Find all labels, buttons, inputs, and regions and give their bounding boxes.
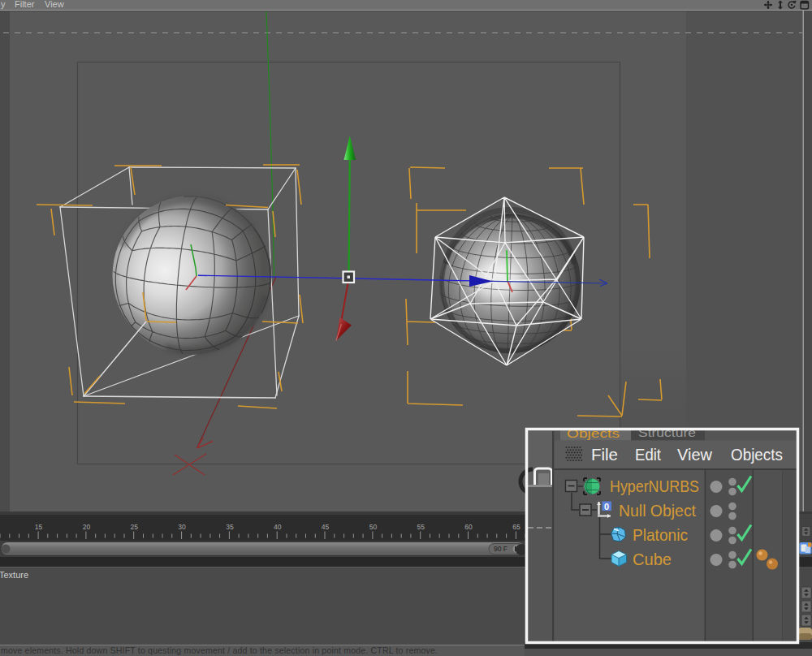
svg-text:HyperNURBS: HyperNURBS (610, 477, 699, 495)
svg-text:60: 60 (464, 523, 473, 531)
svg-text:30: 30 (178, 523, 186, 531)
svg-text:40: 40 (274, 523, 282, 531)
svg-text:View: View (45, 0, 64, 9)
svg-text:Texture: Texture (0, 570, 28, 580)
svg-text:25: 25 (131, 523, 139, 531)
svg-text:65: 65 (512, 523, 520, 531)
svg-text:View: View (677, 446, 713, 464)
svg-text:Edit: Edit (635, 446, 661, 464)
svg-text:0: 0 (604, 502, 609, 511)
svg-text:35: 35 (226, 523, 234, 531)
svg-text:Objects: Objects (731, 446, 783, 464)
svg-text:45: 45 (322, 523, 330, 531)
svg-text:20: 20 (83, 523, 91, 531)
svg-text:Null Object: Null Object (619, 501, 696, 520)
svg-text:Platonic: Platonic (633, 525, 688, 544)
svg-text:15: 15 (35, 523, 43, 531)
svg-text:move elements. Hold down SHIFT: move elements. Hold down SHIFT to questi… (1, 645, 438, 655)
svg-text:90 F: 90 F (494, 545, 508, 553)
svg-text:Cube: Cube (633, 550, 672, 568)
svg-text:Filter: Filter (15, 0, 35, 9)
svg-text:50: 50 (369, 523, 378, 531)
svg-text:55: 55 (417, 523, 425, 531)
svg-text:y: y (1, 0, 6, 9)
svg-text:File: File (591, 446, 618, 464)
